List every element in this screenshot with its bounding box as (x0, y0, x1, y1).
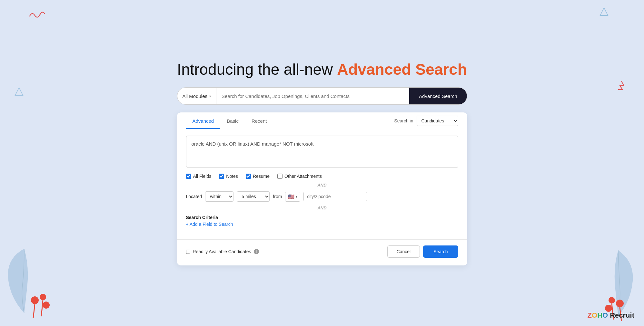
svg-marker-0 (600, 8, 608, 15)
footer-buttons: Cancel Search (387, 245, 458, 258)
module-arrow-icon: ▾ (209, 94, 211, 98)
checkbox-notes[interactable]: Notes (219, 174, 238, 179)
svg-line-6 (41, 300, 43, 316)
search-criteria-title: Search Criteria (186, 215, 458, 220)
page-title: Introducing the all-new Advanced Search (177, 61, 467, 78)
search-button[interactable]: Search (423, 245, 458, 258)
checkboxes-row: All Fields Notes Resume Other Attachment… (186, 174, 458, 179)
section-divider (177, 239, 467, 240)
tab-basic[interactable]: Basic (220, 112, 245, 129)
tabs-right: Search in Candidates Job Openings Client… (394, 116, 458, 126)
checkbox-resume[interactable]: Resume (246, 174, 270, 179)
tabs-row: Advanced Basic Recent Search in Candidat… (177, 112, 467, 129)
and-divider-1: AND (186, 183, 458, 187)
zoho-recruit-logo: ZOHO Recruit (588, 311, 634, 320)
flag-arrow-icon: ▾ (296, 195, 297, 198)
within-select[interactable]: within outside (205, 191, 233, 202)
and-divider-2: AND (186, 206, 458, 210)
module-selector[interactable]: All Modules ▾ (177, 88, 217, 104)
main-card: Advanced Basic Recent Search in Candidat… (177, 112, 467, 265)
page-wrapper: Introducing the all-new Advanced Search … (161, 61, 483, 265)
svg-point-3 (40, 294, 46, 300)
tab-advanced[interactable]: Advanced (186, 112, 221, 129)
svg-point-7 (616, 300, 624, 307)
svg-marker-1 (15, 88, 23, 95)
cancel-button[interactable]: Cancel (387, 245, 420, 258)
readily-available-checkbox[interactable]: Readily Available Candidates i (186, 249, 259, 254)
info-icon[interactable]: i (254, 249, 259, 254)
city-input[interactable] (303, 192, 367, 201)
card-body: oracle AND (unix OR linux) AND manage* N… (177, 129, 467, 234)
recruit-text: Recruit (610, 311, 634, 320)
tab-recent[interactable]: Recent (245, 112, 273, 129)
query-textarea[interactable]: oracle AND (unix OR linux) AND manage* N… (186, 136, 458, 168)
svg-point-9 (605, 305, 612, 312)
distance-select[interactable]: 5 miles 10 miles 25 miles 50 miles 100 m… (237, 191, 270, 202)
search-criteria-section: Search Criteria + Add a Field to Search (186, 215, 458, 227)
footer-row: Readily Available Candidates i Cancel Se… (177, 245, 467, 258)
svg-point-2 (31, 296, 39, 304)
svg-point-8 (609, 297, 615, 303)
zoho-text: ZOHO (588, 311, 608, 320)
advanced-search-button[interactable]: Advanced Search (409, 88, 467, 104)
add-field-link[interactable]: + Add a Field to Search (186, 222, 233, 227)
checkbox-all-fields[interactable]: All Fields (186, 174, 212, 179)
search-in-select[interactable]: Candidates Job Openings Clients Contacts (417, 116, 458, 126)
checkbox-other-attachments[interactable]: Other Attachments (277, 174, 322, 179)
search-bar: All Modules ▾ Advanced Search (177, 87, 467, 105)
svg-line-5 (33, 304, 35, 318)
search-input[interactable] (216, 93, 409, 99)
flag-select[interactable]: 🇺🇸 ▾ (285, 192, 300, 202)
location-row: Located within outside 5 miles 10 miles … (186, 191, 458, 202)
tabs-left: Advanced Basic Recent (186, 112, 273, 129)
svg-point-4 (43, 302, 50, 309)
